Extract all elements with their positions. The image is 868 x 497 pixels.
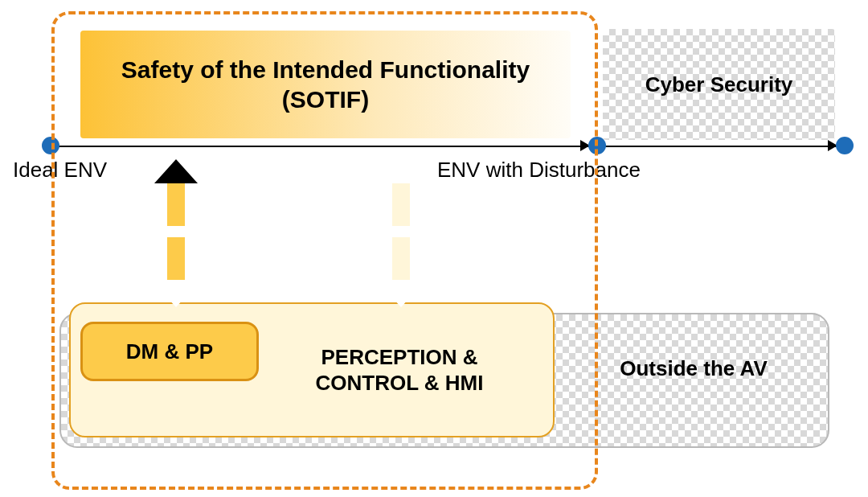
axis-label-env-disturbance: ENV with Disturbance xyxy=(429,156,649,184)
cyber-security-box: Cyber Security xyxy=(603,29,835,140)
env-axis xyxy=(51,146,837,147)
diagram-canvas: PERCEPTION & CONTROL & HMI DM & PP Outsi… xyxy=(0,0,868,497)
cyber-security-label: Cyber Security xyxy=(645,72,793,97)
axis-dot-env-disturbance xyxy=(588,137,606,154)
sotif-title: Safety of the Intended Functionality (SO… xyxy=(121,55,530,115)
dm-pp-label: DM & PP xyxy=(126,339,213,364)
sotif-box: Safety of the Intended Functionality (SO… xyxy=(79,29,572,140)
axis-label-ideal-env: Ideal ENV xyxy=(5,156,115,184)
axis-dot-ideal-env xyxy=(42,137,59,154)
outside-av-label: Outside the AV xyxy=(585,356,802,381)
axis-dot-right-end xyxy=(836,137,854,154)
arrow-down-left xyxy=(154,235,198,304)
perception-label: PERCEPTION & CONTROL & HMI xyxy=(262,344,553,396)
arrow-down-right xyxy=(379,235,423,304)
arrow-up-left xyxy=(154,159,198,228)
arrow-up-right xyxy=(379,159,423,228)
dm-pp-box: DM & PP xyxy=(80,322,259,381)
